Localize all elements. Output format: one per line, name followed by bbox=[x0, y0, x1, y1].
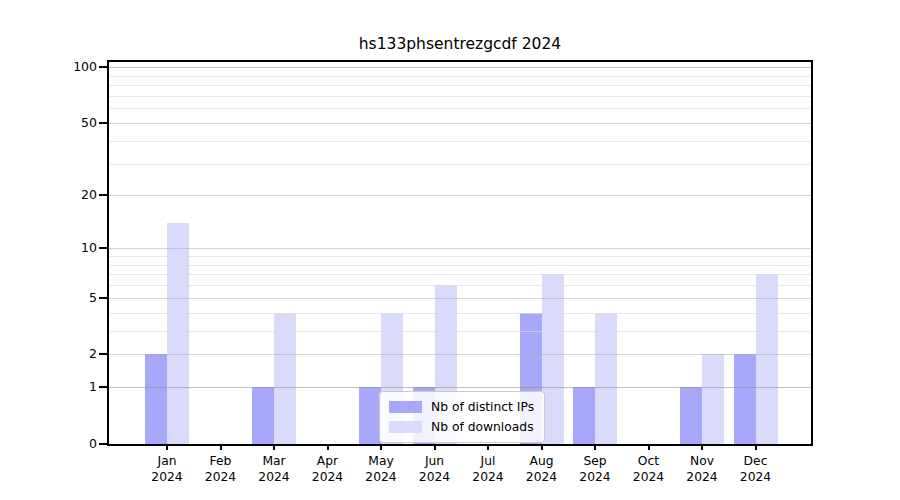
x-axis-tick bbox=[327, 444, 329, 450]
y-axis-tick bbox=[99, 247, 107, 249]
bar-distinct-ips-jan bbox=[145, 354, 167, 444]
legend-swatch-distinct-ips bbox=[389, 401, 422, 413]
y-axis-tick-label: 100 bbox=[40, 59, 97, 75]
x-axis-tick bbox=[541, 444, 543, 450]
legend: Nb of distinct IPs Nb of downloads bbox=[379, 391, 545, 443]
y-axis-tick-label: 5 bbox=[40, 290, 97, 306]
x-axis-tick bbox=[220, 444, 222, 450]
gridline-major bbox=[109, 195, 811, 196]
x-axis-tick bbox=[594, 444, 596, 450]
gridline-major bbox=[109, 354, 811, 355]
bar-distinct-ips-nov bbox=[680, 387, 702, 444]
legend-entry-distinct-ips: Nb of distinct IPs bbox=[389, 397, 535, 417]
gridline-minor bbox=[109, 274, 811, 275]
legend-swatch-downloads bbox=[389, 421, 422, 433]
y-axis-tick bbox=[99, 297, 107, 299]
x-axis-tick bbox=[755, 444, 757, 450]
gridline-minor bbox=[109, 256, 811, 257]
legend-label-downloads: Nb of downloads bbox=[431, 420, 534, 434]
y-axis-tick bbox=[99, 386, 107, 388]
y-axis-tick bbox=[99, 194, 107, 196]
plot-area bbox=[107, 60, 813, 446]
y-axis-tick-label: 1 bbox=[40, 379, 97, 395]
bar-distinct-ips-mar bbox=[252, 387, 274, 444]
gridline-minor bbox=[109, 108, 811, 109]
y-axis-tick-label: 0 bbox=[40, 436, 97, 452]
y-axis-tick-label: 50 bbox=[40, 115, 97, 131]
gridline-minor bbox=[109, 85, 811, 86]
y-axis-tick bbox=[99, 353, 107, 355]
bar-distinct-ips-dec bbox=[734, 354, 756, 444]
y-axis-tick-label: 2 bbox=[40, 346, 97, 362]
gridline-minor bbox=[109, 265, 811, 266]
gridline-major bbox=[109, 298, 811, 299]
gridline-major bbox=[109, 248, 811, 249]
y-axis-tick-label: 20 bbox=[40, 187, 97, 203]
bar-distinct-ips-sep bbox=[573, 387, 595, 444]
x-axis-tick bbox=[434, 444, 436, 450]
chart-figure: hs133phsentrezgcdf 2024 Nb of distinct I… bbox=[0, 0, 900, 500]
gridline-minor bbox=[109, 76, 811, 77]
legend-entry-downloads: Nb of downloads bbox=[389, 417, 535, 437]
y-axis-tick-label: 10 bbox=[40, 240, 97, 256]
bar-downloads-mar bbox=[274, 313, 296, 444]
chart-title: hs133phsentrezgcdf 2024 bbox=[107, 35, 813, 53]
y-axis-tick bbox=[99, 443, 107, 445]
gridline-minor bbox=[109, 285, 811, 286]
bar-distinct-ips-may bbox=[359, 387, 381, 444]
x-axis-tick bbox=[701, 444, 703, 450]
x-axis-tick bbox=[648, 444, 650, 450]
bar-downloads-dec bbox=[756, 274, 778, 444]
y-axis-tick bbox=[99, 122, 107, 124]
x-axis-tick bbox=[273, 444, 275, 450]
x-axis-tick bbox=[166, 444, 168, 450]
y-axis-tick bbox=[99, 66, 107, 68]
gridline-minor bbox=[109, 96, 811, 97]
x-axis-tick bbox=[380, 444, 382, 450]
gridline-minor bbox=[109, 313, 811, 314]
legend-label-distinct-ips: Nb of distinct IPs bbox=[431, 400, 534, 414]
bar-downloads-nov bbox=[702, 354, 724, 444]
gridline-minor bbox=[109, 164, 811, 165]
gridline-major bbox=[109, 123, 811, 124]
gridline-major bbox=[109, 67, 811, 68]
bar-downloads-sep bbox=[595, 313, 617, 444]
gridline-minor bbox=[109, 141, 811, 142]
x-axis-tick-label: Dec2024 bbox=[724, 454, 788, 485]
x-axis-tick bbox=[487, 444, 489, 450]
gridline-minor bbox=[109, 331, 811, 332]
gridline-major bbox=[109, 387, 811, 388]
